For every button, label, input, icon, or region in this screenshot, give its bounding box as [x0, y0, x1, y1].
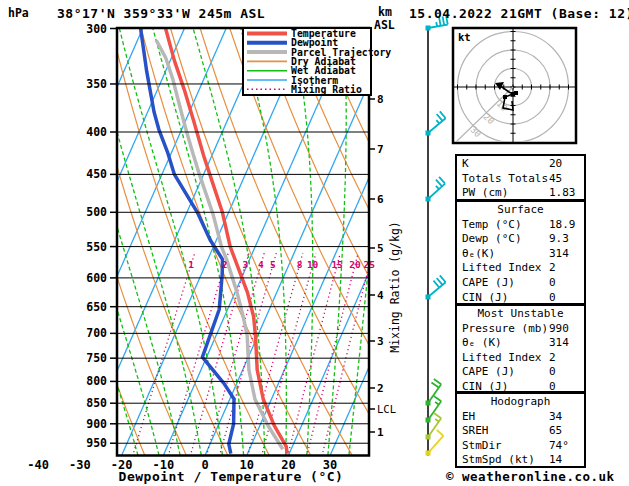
stat-label: K: [462, 157, 469, 170]
stat-label: θₑ (K): [462, 336, 502, 349]
stat-row: StmDir74°: [457, 439, 584, 454]
stat-label: PW (cm): [462, 186, 508, 199]
temp-tick-label: -30: [69, 458, 91, 472]
stat-label: CAPE (J): [462, 276, 515, 289]
pressure-tick-label: 350: [86, 77, 107, 91]
pressure-tick-label: 900: [86, 417, 107, 431]
km-tick-label: 2: [377, 382, 384, 395]
stat-row: CIN (J)0: [457, 291, 584, 306]
stat-label: Lifted Index: [462, 261, 541, 274]
stat-row: Totals Totals45: [457, 172, 584, 187]
stat-value: 990: [549, 322, 569, 337]
stat-row: θₑ(K)314: [457, 247, 584, 262]
stat-label: Temp (°C): [462, 218, 522, 231]
stat-row: Pressure (mb)990: [457, 322, 584, 337]
mixing-ratio-label: 15: [331, 259, 343, 270]
hodograph-unit-label: kt: [458, 31, 471, 43]
mixing-ratio-axis-label: Mixing Ratio (g/kg): [388, 221, 402, 353]
pressure-tick-label: 950: [86, 436, 107, 450]
stat-row: CAPE (J)0: [457, 365, 584, 380]
stat-row: Lifted Index2: [457, 351, 584, 366]
km-tick-label: 7: [377, 143, 384, 156]
stat-label: StmSpd (kt): [462, 453, 535, 466]
stat-value: 20: [549, 157, 562, 172]
stat-value: 1.83: [549, 186, 576, 201]
mixing-ratio-label: 10: [307, 259, 319, 270]
km-tick-label: 3: [377, 335, 384, 348]
temp-tick-label: -40: [27, 458, 49, 472]
stat-label: SREH: [462, 424, 489, 437]
pressure-tick-label: 850: [86, 396, 107, 410]
stat-label: Totals Totals: [462, 172, 548, 185]
stat-row: Temp (°C)18.9: [457, 218, 584, 233]
stat-label: θₑ(K): [462, 247, 495, 260]
km-tick-label: 4: [377, 289, 384, 302]
hodograph-box: [453, 28, 576, 143]
stat-row: StmSpd (kt)14: [457, 453, 584, 468]
x-axis-label: Dewpoint / Temperature (°C): [119, 469, 344, 484]
stats-panel-indices: K20Totals Totals45PW (cm)1.83: [455, 154, 586, 201]
stat-value: 314: [549, 247, 569, 262]
stat-row: Dewp (°C)9.3: [457, 232, 584, 247]
hodograph-point: [514, 91, 518, 95]
stat-value: 0: [549, 291, 556, 306]
stat-row: CAPE (J)0: [457, 276, 584, 291]
pressure-tick-label: 500: [86, 205, 107, 219]
km-tick-label: 8: [377, 93, 384, 106]
pressure-axis: 3003504004505005506006507007508008509009…: [86, 22, 117, 451]
stat-label: StmDir: [462, 439, 502, 452]
stat-label: EH: [462, 410, 475, 423]
stat-value: 314: [549, 336, 569, 351]
stats-panel-most-unstable: Most UnstablePressure (mb)990θₑ (K)314Li…: [455, 304, 586, 393]
pressure-tick-label: 400: [86, 125, 107, 139]
lcl-label: LCL: [377, 403, 396, 415]
pressure-tick-label: 550: [86, 240, 107, 254]
wind-barbs-column: [426, 16, 448, 456]
km-tick-label: 1: [377, 426, 384, 439]
stat-row: PW (cm)1.83: [457, 186, 584, 201]
hodograph-point: [503, 95, 507, 99]
mixing-ratio-label: 20: [349, 259, 361, 270]
stat-value: 9.3: [549, 232, 569, 247]
pressure-tick-label: 800: [86, 374, 107, 388]
stat-label: CAPE (J): [462, 365, 515, 378]
mixing-ratio-label: 5: [270, 259, 276, 270]
stats-panel-surface: SurfaceTemp (°C)18.9Dewp (°C)9.3θₑ(K)314…: [455, 200, 586, 305]
station-title: 38°17'N 359°33'W 245m ASL: [57, 6, 265, 21]
stat-value: 14: [549, 453, 562, 468]
stat-value: 74°: [549, 439, 569, 454]
temperature-axis: -40-30-20-100102030Dewpoint / Temperatur…: [27, 458, 343, 484]
stat-value: 18.9: [549, 218, 576, 233]
credit-footer: © weatheronline.co.uk: [446, 469, 615, 484]
stat-value: 65: [549, 424, 562, 439]
pressure-tick-label: 650: [86, 300, 107, 314]
stat-value: 34: [549, 410, 562, 425]
stat-label: CIN (J): [462, 291, 508, 304]
stats-panel-hodograph-stats: HodographEH34SREH65StmDir74°StmSpd (kt)1…: [455, 392, 586, 468]
mixing-ratio-label: 2: [222, 259, 228, 270]
mixing-ratio-label: 4: [258, 259, 264, 270]
stat-value: 0: [549, 276, 556, 291]
pressure-tick-label: 450: [86, 167, 107, 181]
datetime-title: 15.04.2022 21GMT (Base: 12): [409, 6, 629, 21]
mixing-ratio-label: 8: [297, 259, 303, 270]
mixing-ratio-label: 1: [188, 259, 194, 270]
altitude-axis-unit-km: km: [378, 5, 392, 19]
stat-row: EH34: [457, 410, 584, 425]
pressure-tick-label: 600: [86, 271, 107, 285]
altitude-axis-unit-asl: ASL: [374, 18, 395, 32]
stat-row: SREH65: [457, 424, 584, 439]
km-tick-label: 5: [377, 242, 384, 255]
legend-item-label: Mixing Ratio: [291, 84, 362, 95]
weather-sounding-page: 1234581015202530035040045050055060065070…: [0, 0, 629, 486]
pressure-tick-label: 750: [86, 351, 107, 365]
panel-title: Surface: [457, 203, 584, 218]
stat-row: K20: [457, 157, 584, 172]
stat-label: Dewp (°C): [462, 232, 522, 245]
parcel-trajectory-curve: [156, 40, 282, 449]
mixing-ratio-label: 3: [243, 259, 249, 270]
stat-label: Pressure (mb): [462, 322, 548, 335]
pressure-axis-unit: hPa: [8, 6, 29, 20]
panel-title: Hodograph: [457, 395, 584, 410]
pressure-tick-label: 700: [86, 326, 107, 340]
